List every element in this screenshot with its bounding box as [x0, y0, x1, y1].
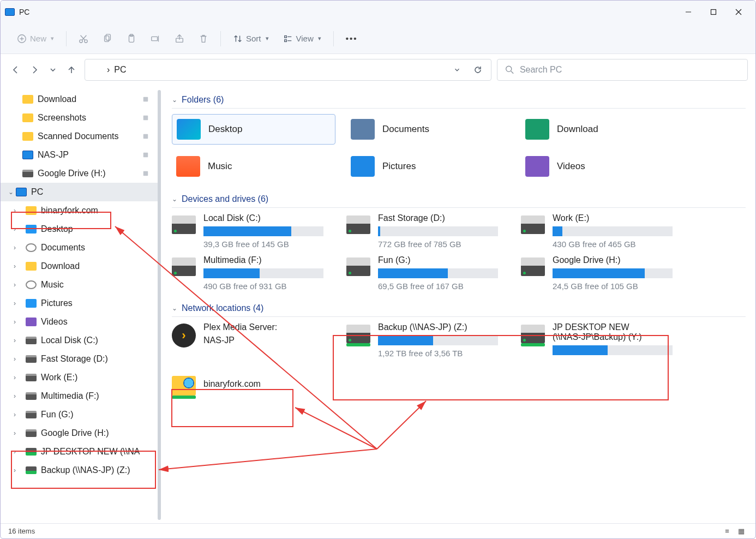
breadcrumb-pc[interactable]: PC [114, 65, 126, 75]
sidebar-item[interactable]: Download [1, 90, 158, 109]
folder-tile[interactable]: Music [172, 151, 335, 182]
folder-tile[interactable]: Videos [521, 151, 685, 182]
cut-button[interactable] [73, 29, 94, 49]
sidebar-item[interactable]: NAS-JP [1, 146, 158, 164]
status-bar: 16 items ≡ ▦ [1, 523, 755, 538]
copy-icon [103, 34, 112, 44]
chevron-right-icon[interactable]: › [14, 244, 16, 251]
chevron-right-icon[interactable]: › [14, 448, 16, 456]
up-button[interactable] [64, 62, 79, 77]
recent-locations-button[interactable] [45, 62, 61, 77]
sidebar-item-label: JP DESKTOP NEW (\\NA [41, 447, 140, 457]
chevron-right-icon[interactable]: › [14, 300, 16, 307]
copy-button[interactable] [97, 29, 118, 49]
chevron-right-icon[interactable]: › [14, 281, 16, 289]
item-icon [26, 299, 37, 308]
drive-tile[interactable]: Local Disk (C:) 39,3 GB free of 145 GB [172, 213, 335, 249]
folder-tile[interactable]: Documents [346, 114, 510, 145]
folder-icon [351, 156, 375, 177]
details-view-button[interactable]: ≡ [721, 526, 734, 537]
svg-rect-15 [152, 37, 158, 40]
sidebar-item[interactable]: ›Documents [1, 238, 158, 257]
folder-label: Videos [557, 161, 585, 172]
drive-free-text: 69,5 GB free of 167 GB [378, 282, 510, 291]
chevron-right-icon[interactable]: › [14, 392, 16, 400]
forward-button[interactable] [27, 62, 42, 77]
chevron-right-icon[interactable]: › [14, 429, 16, 437]
sidebar-item[interactable]: ›Work (E:) [1, 368, 158, 387]
item-icon [26, 448, 37, 456]
sidebar-item[interactable]: ›Google Drive (H:) [1, 424, 158, 442]
sidebar-item[interactable]: ›Videos [1, 313, 158, 331]
rename-button[interactable] [145, 29, 166, 49]
chevron-right-icon[interactable]: › [14, 337, 16, 344]
delete-button[interactable] [193, 29, 214, 49]
folder-tile[interactable]: Desktop [172, 114, 335, 145]
address-dropdown-button[interactable] [449, 62, 465, 77]
network-tile-plex[interactable]: ›Plex Media Server:NAS-JP [172, 322, 335, 349]
network-tile-binaryfork[interactable]: binaryfork.com [172, 376, 335, 396]
capacity-bar [203, 268, 323, 278]
sidebar-item[interactable]: Screenshots [1, 109, 158, 127]
folder-icon [22, 95, 33, 104]
close-button[interactable] [726, 4, 751, 20]
back-button[interactable] [8, 62, 23, 77]
chevron-down-icon[interactable]: ⌄ [8, 188, 14, 196]
chevron-right-icon[interactable]: › [14, 355, 16, 363]
drive-name: Local Disk (C:) [203, 213, 335, 223]
sidebar-item[interactable]: ›Backup (\\NAS-JP) (Z:) [1, 461, 158, 480]
minimize-button[interactable] [676, 4, 701, 20]
drive-tile[interactable]: Multimedia (F:) 490 GB free of 931 GB [172, 255, 335, 291]
scrollbar[interactable] [158, 90, 161, 520]
sidebar-item[interactable]: Scanned Documents [1, 127, 158, 146]
sidebar-item[interactable]: ›Download [1, 257, 158, 276]
drive-tile[interactable]: Fun (G:) 69,5 GB free of 167 GB [346, 255, 510, 291]
new-button[interactable]: New ▾ [11, 29, 59, 49]
more-button[interactable]: ••• [340, 29, 363, 49]
sidebar-item[interactable]: ›binaryfork.com [1, 201, 158, 220]
item-icon [26, 337, 37, 344]
tiles-view-button[interactable]: ▦ [735, 526, 748, 537]
group-header-drives[interactable]: ⌄ Devices and drives (6) [172, 190, 746, 208]
drive-tile[interactable]: Fast Storage (D:) 772 GB free of 785 GB [346, 213, 510, 249]
share-button[interactable] [169, 29, 190, 49]
sidebar-item[interactable]: ›Pictures [1, 294, 158, 313]
sidebar-item[interactable]: ›Desktop [1, 220, 158, 238]
capacity-bar [553, 268, 673, 278]
network-drive-icon [521, 325, 545, 343]
network-tile-jpdesktop[interactable]: JP DESKTOP NEW (\\NAS-JP\Backup) (Y:) [521, 322, 685, 358]
sidebar-item[interactable]: ›Multimedia (F:) [1, 387, 158, 405]
drive-name: Google Drive (H:) [553, 255, 685, 265]
svg-rect-20 [284, 39, 286, 41]
sidebar-item[interactable]: ›Fun (G:) [1, 405, 158, 424]
address-bar[interactable]: › PC [85, 59, 491, 81]
sidebar-item[interactable]: Google Drive (H:) [1, 164, 158, 183]
refresh-button[interactable] [470, 62, 485, 77]
chevron-right-icon[interactable]: › [14, 225, 16, 233]
folder-tile[interactable]: Pictures [346, 151, 510, 182]
network-tile-backup[interactable]: Backup (\\NAS-JP) (Z:) 1,92 TB free of 3… [346, 322, 510, 358]
drive-tile[interactable]: Work (E:) 430 GB free of 465 GB [521, 213, 685, 249]
chevron-right-icon[interactable]: › [14, 466, 16, 474]
search-box[interactable] [497, 59, 748, 81]
chevron-right-icon[interactable]: › [14, 262, 16, 270]
chevron-right-icon[interactable]: › [14, 374, 16, 381]
sidebar-item[interactable]: ›JP DESKTOP NEW (\\NA [1, 442, 158, 461]
chevron-right-icon[interactable]: › [14, 318, 16, 326]
nav-sidebar: DownloadScreenshotsScanned DocumentsNAS-… [1, 86, 158, 524]
view-button[interactable]: View ▾ [278, 29, 327, 49]
sort-button[interactable]: Sort ▾ [227, 29, 274, 49]
folder-tile[interactable]: Download [521, 114, 685, 145]
drive-tile[interactable]: Google Drive (H:) 24,5 GB free of 105 GB [521, 255, 685, 291]
search-input[interactable] [520, 65, 740, 75]
group-header-network[interactable]: ⌄ Network locations (4) [172, 300, 746, 317]
sidebar-item[interactable]: ›Local Disk (C:) [1, 331, 158, 350]
sidebar-item-pc[interactable]: ⌄PC [1, 183, 158, 201]
group-header-folders[interactable]: ⌄ Folders (6) [172, 91, 746, 109]
paste-button[interactable] [121, 29, 142, 49]
sidebar-item[interactable]: ›Fast Storage (D:) [1, 350, 158, 368]
maximize-button[interactable] [701, 4, 726, 20]
chevron-right-icon[interactable]: › [14, 207, 16, 214]
chevron-right-icon[interactable]: › [14, 411, 16, 418]
sidebar-item[interactable]: ›Music [1, 276, 158, 294]
